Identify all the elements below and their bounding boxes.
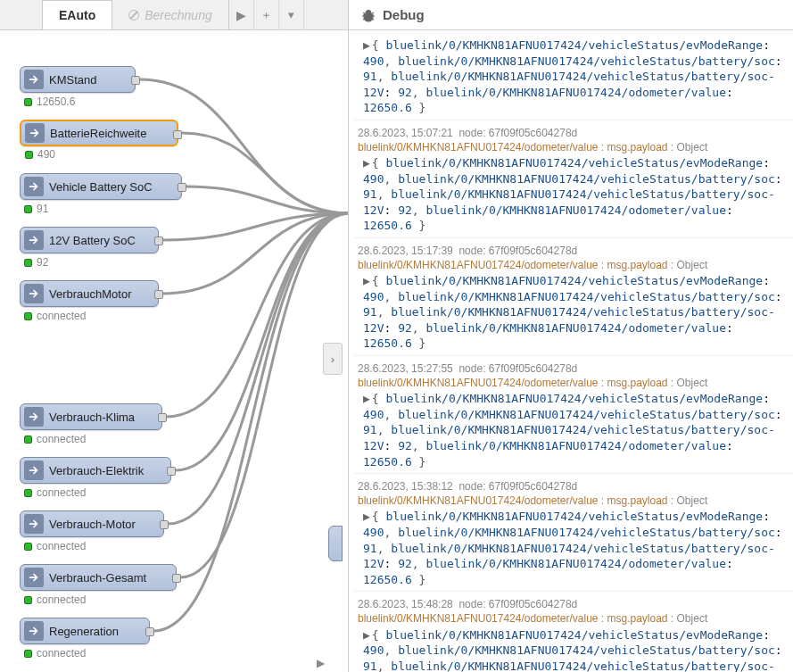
debug-payload[interactable]: ▶{ bluelink/0/KMHKN81AFNU017424/vehicleS… <box>358 155 788 234</box>
expand-icon[interactable]: ▶ <box>363 156 370 170</box>
flow-node-vgesamt[interactable]: Verbrauch-Gesamtconnected <box>20 564 177 591</box>
expand-icon[interactable]: ▶ <box>363 392 370 405</box>
node-status: 490 <box>25 148 55 161</box>
node-label: BatterieReichweite <box>50 127 146 140</box>
node-icon <box>24 568 44 587</box>
node-icon <box>24 177 44 196</box>
debug-topic: bluelink/0/KMHKN81AFNU017424/odometer/va… <box>358 611 788 626</box>
flow-node-kmstand[interactable]: KMStand12650.6 <box>20 66 136 93</box>
flow-node-vmotor[interactable]: VerbrauchMotorconnected <box>20 280 159 307</box>
debug-message[interactable]: 28.6.2023, 15:17:39 node: 67f09f05c60427… <box>354 242 793 356</box>
debug-message[interactable]: 28.6.2023, 15:27:55 node: 67f09f05c60427… <box>354 360 793 474</box>
node-icon <box>24 407 44 427</box>
tab-menu-button[interactable]: ▾ <box>279 0 304 30</box>
node-output-port[interactable] <box>158 413 167 422</box>
node-label: Verbrauch-Elektrik <box>49 464 144 477</box>
node-icon <box>25 123 45 143</box>
status-dot <box>24 543 32 551</box>
flow-tab-eauto[interactable]: EAuto <box>43 0 112 29</box>
scroll-right-icon[interactable]: ▶ <box>317 657 325 669</box>
debug-message[interactable]: 28.6.2023, 15:48:28 node: 67f09f05c60427… <box>354 595 793 672</box>
node-output-port[interactable] <box>172 574 181 583</box>
node-status: connected <box>24 540 86 552</box>
status-dot <box>24 312 32 320</box>
node-icon <box>24 621 44 641</box>
node-label: 12V Battery SoC <box>49 234 136 247</box>
node-output-port[interactable] <box>145 627 154 636</box>
flow-editor-pane: EAuto Berechnung ▶ ＋ ▾ › ▶ KMStand12650.… <box>0 0 349 672</box>
node-icon <box>24 230 44 250</box>
flow-tab-disabled-label: Berechnung <box>145 8 212 22</box>
node-label: KMStand <box>49 73 96 87</box>
node-status: 91 <box>24 203 48 215</box>
flow-tab-disabled[interactable]: Berechnung <box>112 0 229 30</box>
expand-icon[interactable]: ▶ <box>363 510 370 523</box>
flow-node-vklima[interactable]: Verbrauch-Klimaconnected <box>20 403 162 430</box>
debug-payload[interactable]: ▶{ bluelink/0/KMHKN81AFNU017424/vehicleS… <box>358 273 788 352</box>
debug-topic: bluelink/0/KMHKN81AFNU017424/odometer/va… <box>358 258 788 272</box>
debug-timestamp: 28.6.2023, 15:07:21 node: 67f09f05c60427… <box>358 126 788 140</box>
expand-icon[interactable]: ▶ <box>363 628 370 642</box>
flow-workspace[interactable]: › ▶ KMStand12650.6BatterieReichweite490V… <box>0 30 348 672</box>
debug-title: Debug <box>383 7 425 22</box>
svg-point-0 <box>365 12 372 20</box>
status-dot <box>24 489 32 497</box>
offscreen-node-hint[interactable] <box>328 526 343 561</box>
node-icon <box>24 284 44 303</box>
flow-tab-bar: EAuto Berechnung ▶ ＋ ▾ <box>0 0 348 30</box>
flow-node-vmotor2[interactable]: Verbrauch-Motorconnected <box>20 510 164 537</box>
debug-payload[interactable]: ▶{ bluelink/0/KMHKN81AFNU017424/vehicleS… <box>358 627 788 672</box>
expand-icon[interactable]: ▶ <box>363 38 370 52</box>
debug-message[interactable]: 28.6.2023, 15:07:21 node: 67f09f05c60427… <box>354 124 793 238</box>
debug-payload[interactable]: ▶{ bluelink/0/KMHKN81AFNU017424/vehicleS… <box>358 509 788 587</box>
node-status: 12650.6 <box>24 95 75 108</box>
node-output-port[interactable] <box>173 130 182 139</box>
debug-topic: bluelink/0/KMHKN81AFNU017424/odometer/va… <box>358 494 788 508</box>
status-dot <box>24 205 32 213</box>
bug-icon <box>361 8 376 22</box>
node-output-port[interactable] <box>154 290 163 299</box>
node-status: connected <box>24 310 86 322</box>
flow-node-regen[interactable]: Regenerationconnected <box>20 618 150 644</box>
status-dot <box>24 596 32 604</box>
tab-add-button[interactable]: ＋ <box>254 0 279 30</box>
node-status: connected <box>24 486 86 499</box>
node-label: Verbrauch-Motor <box>49 518 136 531</box>
disabled-icon <box>128 10 139 21</box>
debug-topic: bluelink/0/KMHKN81AFNU017424/odometer/va… <box>358 140 788 154</box>
node-output-port[interactable] <box>131 76 140 85</box>
node-output-port[interactable] <box>178 183 186 192</box>
node-output-port[interactable] <box>154 236 163 245</box>
sidebar-collapse-button[interactable]: › <box>323 343 343 375</box>
debug-payload[interactable]: ▶{ bluelink/0/KMHKN81AFNU017424/vehicleS… <box>358 391 788 469</box>
node-icon <box>24 460 44 480</box>
debug-timestamp: 28.6.2023, 15:17:39 node: 67f09f05c60427… <box>358 244 788 258</box>
node-label: Vehicle Battery SoC <box>49 180 153 194</box>
status-dot <box>25 151 33 159</box>
node-output-port[interactable] <box>167 467 176 476</box>
debug-payload[interactable]: ▶{ bluelink/0/KMHKN81AFNU017424/vehicleS… <box>358 37 788 116</box>
flow-tab-blank[interactable] <box>0 0 43 30</box>
flow-node-velektrik[interactable]: Verbrauch-Elektrikconnected <box>20 457 171 484</box>
node-label: Verbrauch-Gesamt <box>49 571 146 585</box>
node-status: connected <box>24 647 86 660</box>
status-dot <box>24 436 32 444</box>
node-status: 92 <box>24 256 48 269</box>
status-dot <box>24 259 32 267</box>
node-icon <box>24 514 44 534</box>
debug-message-list[interactable]: ▶{ bluelink/0/KMHKN81AFNU017424/vehicleS… <box>349 30 793 672</box>
node-status: connected <box>24 593 86 606</box>
expand-icon[interactable]: ▶ <box>363 274 370 287</box>
node-label: Verbrauch-Klima <box>49 411 135 424</box>
debug-timestamp: 28.6.2023, 15:48:28 node: 67f09f05c60427… <box>358 597 788 611</box>
flow-node-12vsoc[interactable]: 12V Battery SoC92 <box>20 227 159 253</box>
flow-node-vbattsoc[interactable]: Vehicle Battery SoC91 <box>20 173 182 200</box>
debug-topic: bluelink/0/KMHKN81AFNU017424/odometer/va… <box>358 376 788 390</box>
node-label: Regeneration <box>49 625 119 638</box>
flow-node-battreich[interactable]: BatterieReichweite490 <box>20 120 178 146</box>
debug-message[interactable]: 28.6.2023, 15:38:12 node: 67f09f05c60427… <box>354 477 793 592</box>
tab-scroll-right-icon[interactable]: ▶ <box>229 0 254 30</box>
node-output-port[interactable] <box>160 520 169 529</box>
flow-tab-label: EAuto <box>59 8 95 22</box>
debug-message[interactable]: ▶{ bluelink/0/KMHKN81AFNU017424/vehicleS… <box>354 36 793 120</box>
